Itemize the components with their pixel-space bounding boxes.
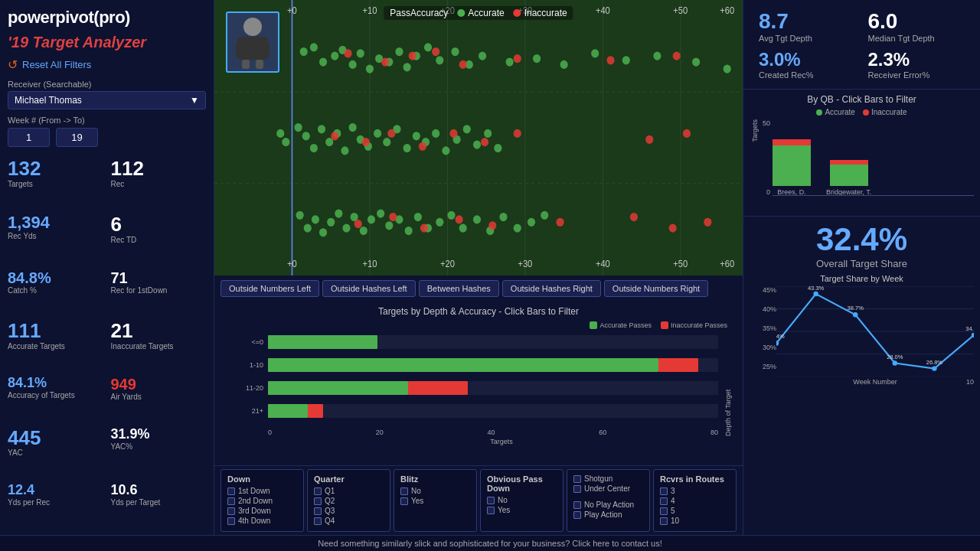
filter-3rd-down[interactable]: 3rd Down (227, 507, 297, 515)
by-qb-title: By QB - Click Bars to Filter (750, 94, 974, 105)
checkbox-play-action[interactable] (573, 511, 581, 519)
checkbox-under-center[interactable] (573, 485, 581, 493)
zone-btn-outside-hashes-left[interactable]: Outside Hashes Left (322, 280, 416, 297)
svg-point-101 (319, 228, 327, 236)
zone-btn-outside-numbers-right[interactable]: Outside Numbers Right (604, 280, 708, 297)
depth-bar-row-2[interactable] (268, 381, 718, 395)
svg-point-54 (692, 57, 700, 66)
avg-tgt-depth-value: 8.7 (759, 9, 856, 34)
filter-q4[interactable]: Q4 (314, 517, 384, 525)
ts-label-0: 32.4% (776, 333, 785, 340)
qb-bar-brees[interactable]: Brees, D. (773, 139, 811, 196)
reset-filters-button[interactable]: ↺ Reset All Filters (8, 57, 206, 72)
yac-pct-value: 31.9% (111, 427, 207, 442)
right-panel: 8.7 Avg Tgt Depth 6.0 Median Tgt Depth 3… (743, 0, 980, 535)
filter-4th-down[interactable]: 4th Down (227, 517, 297, 525)
checkbox-q2[interactable] (314, 497, 322, 505)
depth-bar-row-1[interactable] (268, 358, 718, 372)
filter-no-play-action[interactable]: No Play Action (573, 500, 643, 509)
checkbox-obvious-no[interactable] (487, 497, 495, 504)
filter-obvious-no[interactable]: No (487, 496, 557, 504)
week-from-input[interactable] (8, 128, 50, 147)
checkbox-rcvrs-10[interactable] (660, 517, 668, 525)
receiver-error-value: 2.3% (868, 49, 965, 70)
svg-point-112 (414, 213, 422, 221)
ts-dot-3 (893, 360, 897, 365)
filter-under-center[interactable]: Under Center (573, 484, 643, 493)
zone-buttons: Outside Numbers Left Outside Hashes Left… (214, 276, 743, 302)
qb-chart: 50 0 Brees, D. (750, 119, 974, 211)
svg-point-109 (385, 221, 393, 230)
depth-bar-row-3[interactable] (268, 404, 718, 418)
qb-bar-bridgewater[interactable]: Bridgewater, T. (826, 160, 871, 196)
filter-rcvrs-3[interactable]: 3 (660, 487, 730, 495)
svg-point-55 (724, 64, 731, 73)
filter-1st-down[interactable]: 1st Down (227, 487, 297, 495)
checkbox-blitz-no[interactable] (400, 487, 408, 495)
accurate-dot (457, 9, 465, 17)
rec-1st-label: Rec for 1stDown (111, 286, 207, 295)
filter-rcvrs-4[interactable]: 4 (660, 497, 730, 505)
filter-blitz-yes[interactable]: Yes (400, 497, 470, 505)
zone-btn-outside-hashes-right[interactable]: Outside Hashes Right (502, 280, 601, 297)
svg-point-114 (436, 218, 443, 227)
zone-btn-between-hashes[interactable]: Between Hashes (419, 280, 499, 297)
stat-accuracy-pct: 84.1% Accuracy of Targets (8, 374, 103, 422)
qb-y-title: Targets (750, 119, 760, 142)
right-stats-top: 8.7 Avg Tgt Depth 6.0 Median Tgt Depth 3… (743, 0, 980, 90)
checkbox-1st-down[interactable] (227, 487, 235, 495)
checkbox-rcvrs-5[interactable] (660, 507, 668, 515)
ts-label-4: 26.8% (926, 359, 943, 366)
depth-bar-inaccurate-3 (308, 404, 322, 418)
checkbox-no-play-action[interactable] (573, 501, 581, 509)
checkbox-4th-down[interactable] (227, 517, 235, 525)
filter-shotgun[interactable]: Shotgun (573, 474, 643, 483)
yac-value: 445 (8, 427, 103, 449)
week-to-input[interactable] (56, 128, 98, 147)
checkbox-rcvrs-4[interactable] (660, 497, 668, 505)
filter-2nd-down[interactable]: 2nd Down (227, 497, 297, 505)
receiver-error-label: Receiver Error% (868, 70, 965, 80)
depth-bar-accurate-2 (268, 381, 408, 395)
filter-blitz-no[interactable]: No (400, 487, 470, 495)
filter-quarter-title: Quarter (314, 474, 384, 484)
depth-tick-20: 20 (376, 429, 384, 436)
checkbox-shotgun[interactable] (573, 475, 581, 483)
qb-brees-accurate (773, 145, 811, 186)
checkbox-blitz-yes[interactable] (400, 497, 408, 505)
svg-point-102 (327, 218, 335, 227)
depth-bar-label-2: 11-20 (246, 381, 263, 395)
checkbox-3rd-down[interactable] (227, 507, 235, 515)
svg-text:+40: +40 (596, 258, 610, 269)
filter-rcvrs-10[interactable]: 10 (660, 517, 730, 525)
filter-q3[interactable]: Q3 (314, 507, 384, 515)
inaccurate-legend: Inaccurate (514, 8, 567, 18)
svg-point-86 (473, 140, 481, 148)
filter-q1[interactable]: Q1 (314, 487, 384, 495)
svg-point-69 (318, 125, 325, 133)
checkbox-q3[interactable] (314, 507, 322, 515)
svg-point-66 (295, 123, 302, 132)
ts-y-40: 40% (750, 305, 776, 313)
depth-bar-row-0[interactable] (268, 335, 718, 349)
checkbox-rcvrs-3[interactable] (660, 487, 668, 495)
svg-point-92 (419, 142, 426, 151)
filter-play-action[interactable]: Play Action (573, 510, 643, 519)
checkbox-q1[interactable] (314, 487, 322, 495)
checkbox-q4[interactable] (314, 517, 322, 525)
svg-text:+0: +0 (287, 258, 297, 269)
qb-accurate-dot (816, 109, 822, 116)
depth-inaccurate-legend: Inaccurate Passes (671, 321, 727, 329)
ts-chart-title: Target Share by Week (750, 274, 974, 283)
filter-rcvrs-5[interactable]: 5 (660, 507, 730, 515)
svg-point-48 (506, 57, 514, 66)
checkbox-2nd-down[interactable] (227, 497, 235, 505)
filter-obvious-yes[interactable]: Yes (487, 506, 557, 514)
checkbox-obvious-yes[interactable] (487, 507, 495, 514)
svg-point-80 (413, 132, 420, 140)
svg-point-36 (357, 49, 364, 57)
filter-q2[interactable]: Q2 (314, 497, 384, 505)
zone-btn-outside-numbers-left[interactable]: Outside Numbers Left (220, 280, 319, 297)
receiver-dropdown[interactable]: Michael Thomas ▼ (8, 91, 206, 109)
accurate-label: Accurate (468, 8, 504, 18)
